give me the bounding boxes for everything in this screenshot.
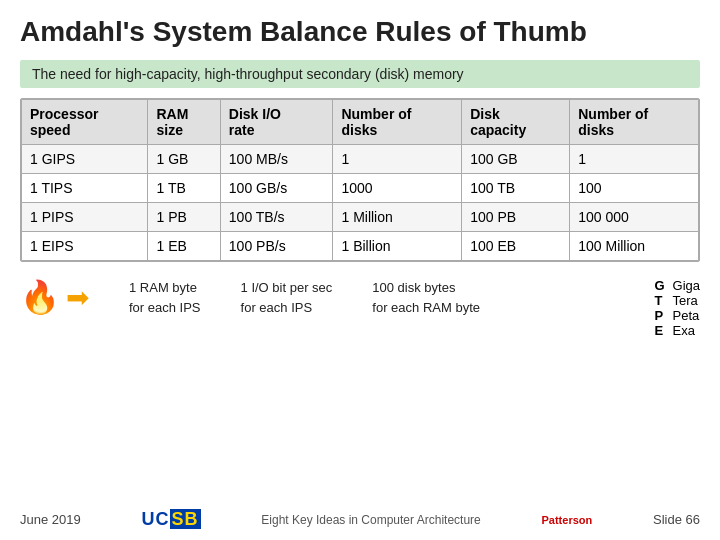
table-cell: 100 GB bbox=[462, 145, 570, 174]
slide-number: Slide 66 bbox=[653, 512, 700, 527]
subtitle-bar: The need for high-capacity, high-through… bbox=[20, 60, 700, 88]
col-ram-size: RAMsize bbox=[148, 100, 220, 145]
ucsb-area: UCSB bbox=[142, 509, 201, 530]
table-cell: 1 TB bbox=[148, 174, 220, 203]
table-header-row: Processorspeed RAMsize Disk I/Orate Numb… bbox=[22, 100, 699, 145]
table-cell: 100 PB/s bbox=[220, 232, 333, 261]
legend-box: GGigaTTeraPPetaEExa bbox=[655, 278, 700, 338]
table-cell: 1000 bbox=[333, 174, 462, 203]
arrow-icon: ➡ bbox=[66, 281, 89, 314]
table-cell: 1 PIPS bbox=[22, 203, 148, 232]
table-cell: 1 bbox=[570, 145, 699, 174]
date-label: June 2019 bbox=[20, 512, 81, 527]
table-cell: 1 EIPS bbox=[22, 232, 148, 261]
legend-item: EExa bbox=[655, 323, 700, 338]
legend-letter: G bbox=[655, 278, 669, 293]
footer-notes: 🔥 ➡ 1 RAM byte for each IPS 1 I/O bit pe… bbox=[20, 278, 480, 317]
legend-letter: T bbox=[655, 293, 669, 308]
col-disk-capacity: Diskcapacity bbox=[462, 100, 570, 145]
patterson-area: Patterson bbox=[542, 514, 593, 526]
flame-decoration: 🔥 ➡ bbox=[20, 278, 89, 316]
flame-icon: 🔥 bbox=[20, 278, 60, 316]
table-row: 1 PIPS1 PB100 TB/s1 Million100 PB100 000 bbox=[22, 203, 699, 232]
col-processor-speed: Processorspeed bbox=[22, 100, 148, 145]
table-cell: 100 EB bbox=[462, 232, 570, 261]
legend-item: PPeta bbox=[655, 308, 700, 323]
legend-name: Giga bbox=[673, 278, 700, 293]
legend-letter: E bbox=[655, 323, 669, 338]
center-label: Eight Key Ideas in Computer Architecture bbox=[261, 513, 480, 527]
page-title: Amdahl's System Balance Rules of Thumb bbox=[20, 16, 700, 48]
ucsb-logo: UCSB bbox=[142, 509, 201, 530]
col-disk-io-rate: Disk I/Orate bbox=[220, 100, 333, 145]
author-label: Patterson bbox=[542, 514, 593, 526]
page: Amdahl's System Balance Rules of Thumb T… bbox=[0, 0, 720, 540]
legend-name: Peta bbox=[673, 308, 700, 323]
table-row: 1 EIPS1 EB100 PB/s1 Billion100 EB100 Mil… bbox=[22, 232, 699, 261]
data-table-container: Processorspeed RAMsize Disk I/Orate Numb… bbox=[20, 98, 700, 262]
table-cell: 1 EB bbox=[148, 232, 220, 261]
footer-section: 🔥 ➡ 1 RAM byte for each IPS 1 I/O bit pe… bbox=[20, 278, 700, 338]
table-cell: 100 PB bbox=[462, 203, 570, 232]
table-cell: 100 TB bbox=[462, 174, 570, 203]
table-row: 1 GIPS1 GB100 MB/s1100 GB1 bbox=[22, 145, 699, 174]
footer-note-3: 100 disk bytes for each RAM byte bbox=[372, 278, 480, 317]
footer-note-1: 1 RAM byte for each IPS bbox=[129, 278, 201, 317]
table-cell: 100 GB/s bbox=[220, 174, 333, 203]
legend-name: Tera bbox=[673, 293, 698, 308]
legend-name: Exa bbox=[673, 323, 695, 338]
table-row: 1 TIPS1 TB100 GB/s1000100 TB100 bbox=[22, 174, 699, 203]
table-cell: 1 TIPS bbox=[22, 174, 148, 203]
legend-letter: P bbox=[655, 308, 669, 323]
footer-note-2: 1 I/O bit per sec for each IPS bbox=[241, 278, 333, 317]
table-cell: 1 Billion bbox=[333, 232, 462, 261]
col-number-disks-cap: Number ofdisks bbox=[570, 100, 699, 145]
legend-item: TTera bbox=[655, 293, 700, 308]
balance-table: Processorspeed RAMsize Disk I/Orate Numb… bbox=[21, 99, 699, 261]
table-cell: 100 bbox=[570, 174, 699, 203]
table-cell: 100 000 bbox=[570, 203, 699, 232]
legend-item: GGiga bbox=[655, 278, 700, 293]
table-cell: 1 PB bbox=[148, 203, 220, 232]
table-cell: 1 bbox=[333, 145, 462, 174]
col-number-disks-io: Number ofdisks bbox=[333, 100, 462, 145]
table-cell: 100 TB/s bbox=[220, 203, 333, 232]
table-cell: 100 MB/s bbox=[220, 145, 333, 174]
table-cell: 1 GIPS bbox=[22, 145, 148, 174]
table-cell: 1 GB bbox=[148, 145, 220, 174]
table-cell: 1 Million bbox=[333, 203, 462, 232]
table-cell: 100 Million bbox=[570, 232, 699, 261]
bottom-bar: June 2019 UCSB Eight Key Ideas in Comput… bbox=[20, 503, 700, 530]
table-body: 1 GIPS1 GB100 MB/s1100 GB11 TIPS1 TB100 … bbox=[22, 145, 699, 261]
